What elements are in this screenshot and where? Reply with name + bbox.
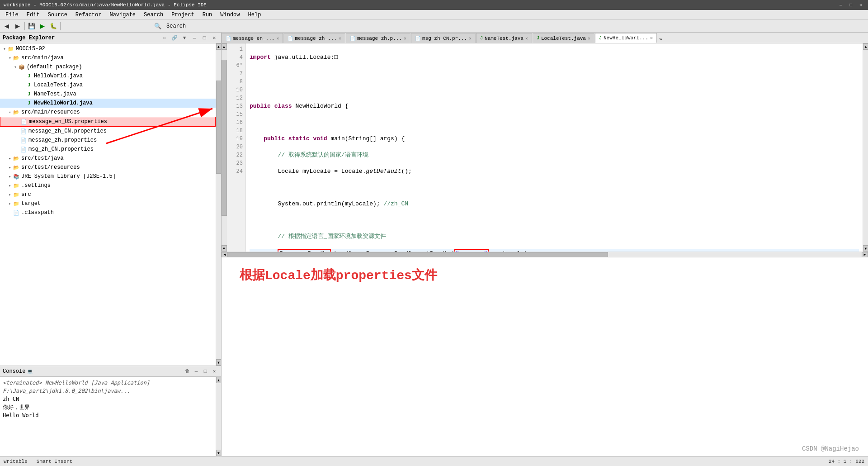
close-button[interactable]: ✕ [857,1,864,9]
code-line-11 [250,216,859,224]
tree-item-src-test-resources[interactable]: ▸ 📂 src/test/resources [0,163,216,172]
hscroll-right[interactable]: ▶ [862,252,868,257]
editor-right-scroll-down[interactable]: ▼ [863,245,868,252]
link-with-editor-icon[interactable]: 🔗 [170,34,179,42]
tree-item-nametest[interactable]: ▸ J NameTest.java [0,90,216,99]
menu-item-project[interactable]: Project [168,11,198,19]
editor-hscroll[interactable]: ◀ ▶ [222,252,868,257]
menu-item-window[interactable]: Window [217,11,243,19]
properties-icon-2: 📄 [20,128,27,135]
code-line-4: public class NewHelloWorld { [250,102,859,110]
toolbar-search[interactable]: 🔍 [153,21,163,31]
minimize-view-icon[interactable]: — [190,34,198,42]
code-area[interactable]: import java.util.Locale;□ public class N… [246,43,863,252]
jre-library-label: JRE System Library [J2SE-1.5] [21,173,116,180]
view-menu-icon[interactable]: ▼ [180,34,189,42]
hscroll-thumb[interactable] [228,252,608,257]
tree-item-src[interactable]: ▸ 📁 src [0,190,216,199]
menu-item-search[interactable]: Search [140,11,167,19]
hscroll-track[interactable] [228,252,862,257]
menu-item-run[interactable]: Run [199,11,216,19]
tab-close-1[interactable]: ✕ [276,36,279,41]
toolbar-save[interactable]: 💾 [27,21,37,31]
tree-item-mooc[interactable]: ▾ 📁 MOOC15-02 [0,44,216,53]
menu-item-file[interactable]: File [2,11,22,19]
tree-item-msg-zh-cn[interactable]: ▸ 📄 msg_zh_CN.properties [0,145,216,154]
left-panel-scrollbar[interactable]: ▲ ▼ [216,43,221,366]
toolbar-back[interactable]: ◀ [2,21,12,31]
close-view-icon[interactable]: ✕ [210,34,218,42]
tree-item-settings[interactable]: ▸ 📁 .settings [0,181,216,190]
code-line-13: ResourceBundle bundle = ResourceBundle.g… [250,249,859,252]
console-minimize-btn[interactable]: — [192,367,200,376]
editor-tabs: 📄 message_en_... ✕ 📄 message_zh_... ✕ 📄 … [222,33,868,43]
menu-item-source[interactable]: Source [44,11,71,19]
console-maximize-btn[interactable]: □ [201,367,209,376]
scroll-track[interactable] [216,50,222,359]
editor-right-scroll-up[interactable]: ▲ [863,43,868,50]
toolbar-forward[interactable]: ▶ [13,21,23,31]
console-close-btn[interactable]: ✕ [210,367,218,376]
code-line-10: System.out.println(myLocale); //zh_CN [250,200,859,208]
editor-right-scroll[interactable]: ▲ ▼ [863,43,868,252]
scroll-down-btn[interactable]: ▼ [216,359,222,366]
editor-scroll-down[interactable]: ▼ [222,245,227,252]
tab-close-5[interactable]: ✕ [525,36,528,41]
maximize-button[interactable]: □ [847,1,854,9]
tab-close-2[interactable]: ✕ [339,36,341,41]
tab-close-4[interactable]: ✕ [469,36,472,41]
tab-icon-3: 📄 [350,36,355,41]
tab-label-6: LocaleTest.java [541,36,586,41]
menu-item-help[interactable]: Help [245,11,265,19]
tree-item-message-en[interactable]: ▸ 📄 message_en_US.properties [0,117,216,127]
tab-msg-zh-cn[interactable]: 📄 msg_zh_CN.pr... ✕ [411,33,476,43]
tree-item-message-zh[interactable]: ▸ 📄 message_zh.properties [0,136,216,145]
tree-item-localetest[interactable]: ▸ J LocaleTest.java [0,81,216,90]
tree-item-newhelloworld[interactable]: ▸ J NewHelloWorld.java [0,99,216,108]
collapse-all-icon[interactable]: ⇐ [160,34,169,42]
tree-item-classpath[interactable]: ▸ 📄 .classpath [0,208,216,217]
tab-close-3[interactable]: ✕ [404,36,406,41]
menu-item-refactor[interactable]: Refactor [72,11,105,19]
console-scroll-down[interactable]: ▼ [216,450,222,456]
minimize-button[interactable]: — [837,1,844,9]
menu-item-edit[interactable]: Edit [23,11,43,19]
tab-overflow-btn[interactable]: » [657,36,664,43]
menu-item-navigate[interactable]: Navigate [106,11,139,19]
tab-localetest[interactable]: J LocaleTest.java ✕ [533,33,594,43]
hscroll-left[interactable]: ◀ [222,252,228,257]
editor-scroll-up[interactable]: ▲ [222,43,227,50]
tab-close-7[interactable]: ✕ [650,35,653,41]
console-scrollbar[interactable]: ▲ ▼ [216,377,221,456]
tab-close-6[interactable]: ✕ [588,36,590,41]
editor-left-scroll[interactable]: ▲ ▼ [222,43,227,252]
code-line-6: public static void main(String[] args) { [250,135,859,143]
editor-scroll-track[interactable] [222,50,227,245]
console-clear-btn[interactable]: 🗑 [183,367,191,376]
console-panel: Console 💻 🗑 — □ ✕ <terminated> NewHelloW… [0,366,221,456]
tree-item-helloworld[interactable]: ▸ J HelloWorld.java [0,71,216,81]
scroll-up-btn[interactable]: ▲ [216,43,222,50]
console-scroll-up[interactable]: ▲ [216,377,222,383]
editor-right-scroll-track[interactable] [863,50,868,245]
tab-nametest[interactable]: J NameTest.java ✕ [476,33,532,43]
helloworld-label: HelloWorld.java [34,73,83,79]
tree-item-src-main-java[interactable]: ▾ 📂 src/main/java [0,53,216,62]
tree-item-target[interactable]: ▸ 📁 target [0,199,216,208]
editor-scroll-thumb[interactable] [222,60,227,216]
tree-item-src-main-resources[interactable]: ▾ 📂 src/main/resources [0,108,216,117]
tab-newhelloworld[interactable]: J NewHelloWorl... ✕ [595,33,657,43]
tree-item-message-zh-cn[interactable]: ▸ 📄 message_zh_CN.properties [0,127,216,136]
tree-item-default-pkg[interactable]: ▾ 📦 (default package) [0,62,216,71]
tab-message-zh[interactable]: 📄 message_zh_... ✕ [283,33,345,43]
srcfolder-icon-2: 📂 [13,109,20,116]
scroll-thumb[interactable] [216,81,222,173]
tree-item-src-test-java[interactable]: ▸ 📂 src/test/java [0,154,216,163]
toolbar-debug[interactable]: 🐛 [48,21,58,31]
toolbar-run[interactable]: ▶ [38,21,47,31]
maximize-view-icon[interactable]: □ [200,34,208,42]
console-scroll-track[interactable] [216,383,222,450]
tab-message-en[interactable]: 📄 message_en_... ✕ [222,33,283,43]
tab-message-zhp[interactable]: 📄 message_zh.p... ✕ [346,33,410,43]
tree-item-jre-library[interactable]: ▸ 📚 JRE System Library [J2SE-1.5] [0,172,216,181]
